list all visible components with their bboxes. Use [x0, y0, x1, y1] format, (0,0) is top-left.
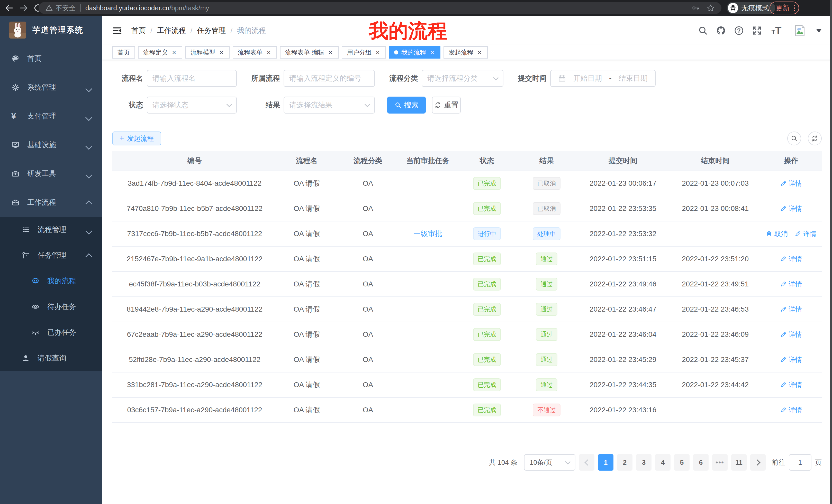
avatar[interactable]: [791, 22, 808, 39]
avatar-caret-icon[interactable]: [816, 29, 822, 33]
detail-label: 详情: [789, 204, 802, 213]
breadcrumb-home[interactable]: 首页: [131, 26, 146, 35]
sidebar-item-leave-query[interactable]: 请假查询: [0, 345, 102, 371]
not-secure-icon[interactable]: [45, 4, 53, 12]
cancel-link[interactable]: 取消: [766, 229, 788, 239]
start-process-button[interactable]: 发起流程: [112, 132, 161, 145]
toggle-search-button[interactable]: [787, 132, 801, 145]
page-button-4[interactable]: 4: [655, 454, 671, 471]
sidebar-item-infra[interactable]: 基础设施: [0, 131, 102, 159]
sidebar-item-todo-tasks[interactable]: 待办任务: [0, 294, 102, 319]
more-pages-button[interactable]: •••: [712, 454, 728, 471]
page-button-1[interactable]: 1: [598, 454, 614, 471]
process-definition-input[interactable]: [284, 71, 374, 86]
breadcrumb-task-mgmt[interactable]: 任务管理: [197, 26, 226, 35]
url-host[interactable]: dashboard.yudao.iocoder.cn: [85, 4, 170, 12]
detail-link[interactable]: 详情: [780, 179, 802, 188]
reset-button[interactable]: 重置: [432, 96, 461, 114]
detail-link[interactable]: 详情: [795, 229, 816, 239]
detail-link[interactable]: 详情: [780, 204, 802, 213]
password-key-icon[interactable]: [692, 4, 700, 12]
detail-link[interactable]: 详情: [780, 305, 802, 314]
close-icon[interactable]: [429, 49, 435, 55]
url-path[interactable]: /bpm/task/my: [170, 4, 209, 12]
sidebar-item-workflow[interactable]: 工作流程: [0, 188, 102, 217]
window-scrollbar[interactable]: [830, 0, 832, 504]
close-icon[interactable]: [374, 49, 381, 55]
tab-user-group[interactable]: 用户分组: [342, 46, 386, 59]
collapse-menu-icon[interactable]: [112, 25, 123, 36]
detail-label: 详情: [803, 229, 816, 239]
result-select[interactable]: 请选择流结果: [284, 96, 375, 114]
process-category-select[interactable]: 请选择流程分类: [422, 70, 503, 87]
font-size-icon[interactable]: [770, 26, 783, 35]
cell-submit-time: 2022-01-22 23:53:32: [576, 221, 670, 246]
update-label[interactable]: 更新: [776, 3, 789, 12]
search-icon[interactable]: [698, 25, 708, 36]
prev-page-button[interactable]: [579, 454, 594, 471]
sidebar-item-payment[interactable]: 支付管理: [0, 102, 102, 131]
back-icon[interactable]: [4, 3, 15, 13]
tab-start-process[interactable]: 发起流程: [443, 46, 488, 59]
cell-name: OA 请假: [277, 247, 337, 271]
page-size-select[interactable]: 10条/页: [524, 454, 575, 471]
detail-label: 详情: [789, 280, 802, 289]
page-button-6[interactable]: 6: [693, 454, 709, 471]
sidebar-item-home[interactable]: 首页: [0, 44, 102, 73]
breadcrumb-workflow[interactable]: 工作流程: [157, 26, 186, 35]
goto-page-input[interactable]: [789, 454, 811, 471]
url-bar[interactable]: 不安全 dashboard.yudao.iocoder.cn /bpm/task…: [38, 2, 722, 14]
page-button-3[interactable]: 3: [636, 454, 651, 471]
close-icon[interactable]: [266, 49, 272, 55]
browser-toolbar: 不安全 dashboard.yudao.iocoder.cn /bpm/task…: [0, 0, 832, 16]
tab-my-process[interactable]: 我的流程: [389, 46, 440, 59]
sidebar-item-system[interactable]: 系统管理: [0, 73, 102, 102]
status-select[interactable]: 请选择状态: [147, 96, 237, 114]
forward-icon[interactable]: [19, 3, 29, 13]
detail-link[interactable]: 详情: [780, 330, 802, 339]
help-icon[interactable]: [734, 25, 744, 36]
github-icon[interactable]: [716, 25, 726, 36]
header-actions: [698, 16, 822, 45]
close-icon[interactable]: [476, 49, 483, 55]
tab-process-model[interactable]: 流程模型: [185, 46, 230, 59]
detail-link[interactable]: 详情: [780, 255, 802, 263]
current-task-link[interactable]: 一级审批: [413, 229, 442, 239]
fullscreen-icon[interactable]: [752, 25, 762, 36]
detail-link[interactable]: 详情: [780, 405, 802, 415]
tab-process-definition[interactable]: 流程定义: [138, 46, 182, 59]
bookmark-star-icon[interactable]: [706, 4, 715, 12]
close-icon[interactable]: [327, 49, 334, 55]
tab-label: 我的流程: [401, 48, 426, 57]
search-button[interactable]: 搜索: [387, 96, 426, 114]
detail-link[interactable]: 详情: [780, 381, 802, 389]
browser-update-button[interactable]: 更新: [770, 2, 799, 15]
detail-link[interactable]: 详情: [780, 355, 802, 364]
tab-label: 流程表单: [238, 48, 262, 57]
detail-link[interactable]: 详情: [780, 280, 802, 289]
sidebar-item-label: 系统管理: [27, 82, 56, 92]
tab-process-form[interactable]: 流程表单: [233, 46, 277, 59]
sidebar-item-devtools[interactable]: 研发工具: [0, 159, 102, 188]
sidebar-item-task-mgmt[interactable]: 任务管理: [0, 243, 102, 268]
submit-time-range-picker[interactable]: 开始日期 - 结束日期: [550, 70, 656, 87]
process-name-input[interactable]: [147, 71, 236, 86]
next-page-button[interactable]: [750, 454, 766, 471]
close-icon[interactable]: [218, 49, 225, 55]
sidebar-item-process-mgmt[interactable]: 流程管理: [0, 217, 102, 243]
sidebar: 芋道管理系统 首页 系统管理 支付管理: [0, 16, 102, 504]
page-button-5[interactable]: 5: [674, 454, 690, 471]
sidebar-item-my-process[interactable]: 我的流程: [0, 268, 102, 294]
sidebar-item-done-tasks[interactable]: 已办任务: [0, 319, 102, 345]
tab-home[interactable]: 首页: [112, 46, 135, 59]
security-label[interactable]: 不安全: [55, 4, 76, 12]
browser-menu-icon[interactable]: [794, 5, 795, 11]
page-button-11[interactable]: 11: [731, 454, 747, 471]
close-icon[interactable]: [171, 49, 177, 55]
cell-submit-time: 2022-01-22 23:44:35: [576, 372, 670, 397]
cell-category: OA: [337, 322, 399, 347]
page-button-2[interactable]: 2: [617, 454, 632, 471]
refresh-table-button[interactable]: [808, 132, 822, 145]
process-name-label: 流程名: [112, 74, 143, 83]
tab-process-form-edit[interactable]: 流程表单-编辑: [280, 46, 339, 59]
